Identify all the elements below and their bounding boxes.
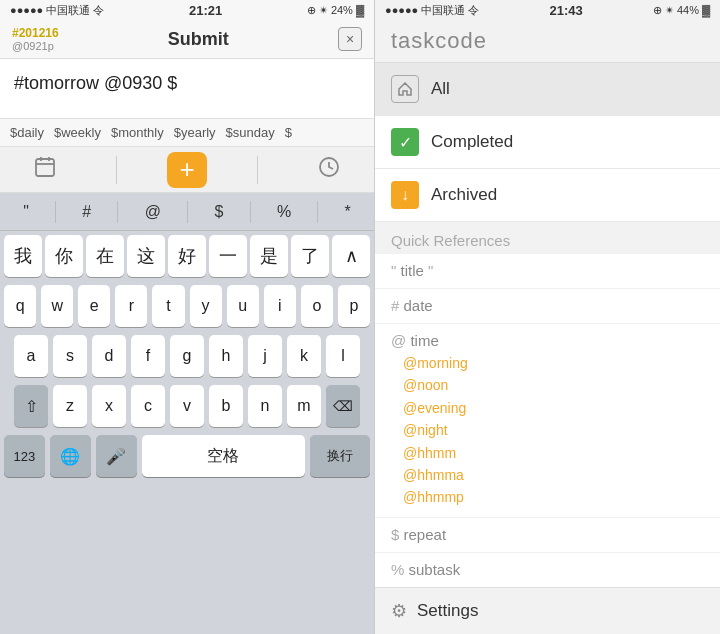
key-l[interactable]: l	[326, 335, 360, 377]
kb-row-1: q w e r t y u i o p	[0, 281, 374, 331]
key-f[interactable]: f	[131, 335, 165, 377]
close-button[interactable]: ×	[338, 27, 362, 51]
menu-all-label: All	[431, 79, 450, 99]
key-n[interactable]: n	[248, 385, 282, 427]
task-input-text: #tomorrow @0930 $	[14, 71, 360, 96]
menu-item-archived[interactable]: ↓ Archived	[375, 169, 720, 222]
kb-row-2: a s d f g h j k l	[0, 331, 374, 381]
right-status-bar: ●●●●● 中国联通 令 21:43 ⊕ ✴ 44% ▓	[375, 0, 720, 20]
svg-rect-0	[36, 159, 54, 176]
key-delete[interactable]: ⌫	[326, 385, 360, 427]
key-p[interactable]: p	[338, 285, 370, 327]
cn-key-le[interactable]: 了	[291, 235, 329, 277]
calendar-icon	[33, 155, 57, 184]
key-t[interactable]: t	[152, 285, 184, 327]
cn-key-zai[interactable]: 在	[86, 235, 124, 277]
add-button[interactable]: +	[167, 152, 207, 188]
recurrence-bar: $daily $weekly $monthly $yearly $sunday …	[0, 119, 374, 147]
ref-date[interactable]: # date	[375, 289, 720, 324]
left-panel: ●●●●● 中国联通 令 21:21 ⊕ ✴ 24% ▓ #201216 @09…	[0, 0, 375, 634]
symbol-bar: " # @ $ % *	[0, 193, 374, 231]
cn-key-ni[interactable]: 你	[45, 235, 83, 277]
cn-key-zhe[interactable]: 这	[127, 235, 165, 277]
toolbar: +	[0, 147, 374, 193]
right-status-right: ⊕ ✴ 44% ▓	[653, 4, 710, 17]
key-action[interactable]: 换行	[310, 435, 370, 477]
rec-dollar[interactable]: $	[285, 125, 292, 140]
right-carrier: ●●●●● 中国联通 令	[385, 3, 479, 18]
settings-label: Settings	[417, 601, 478, 621]
ref-time[interactable]: @ time @morning @noon @evening @night @h…	[375, 324, 720, 518]
ref-repeat[interactable]: $ repeat	[375, 518, 720, 553]
key-y[interactable]: y	[190, 285, 222, 327]
key-e[interactable]: e	[78, 285, 110, 327]
quick-refs-label: Quick References	[391, 232, 510, 249]
menu-item-completed[interactable]: ✓ Completed	[375, 116, 720, 169]
key-x[interactable]: x	[92, 385, 126, 427]
sub-morning[interactable]: @morning	[403, 352, 704, 374]
ref-title[interactable]: " title "	[375, 254, 720, 289]
key-a[interactable]: a	[14, 335, 48, 377]
sub-noon[interactable]: @noon	[403, 374, 704, 396]
toolbar-divider-1	[116, 156, 117, 184]
settings-footer[interactable]: ⚙ Settings	[375, 587, 720, 634]
sub-hhmmp[interactable]: @hhmmp	[403, 486, 704, 508]
key-q[interactable]: q	[4, 285, 36, 327]
menu-item-all[interactable]: All	[375, 63, 720, 116]
key-h[interactable]: h	[209, 335, 243, 377]
key-i[interactable]: i	[264, 285, 296, 327]
key-c[interactable]: c	[131, 385, 165, 427]
key-j[interactable]: j	[248, 335, 282, 377]
left-time: 21:21	[189, 3, 222, 18]
key-space[interactable]: 空格	[142, 435, 305, 477]
key-s[interactable]: s	[53, 335, 87, 377]
sym-star[interactable]: *	[341, 203, 355, 221]
ref-subtask[interactable]: % subtask	[375, 553, 720, 587]
sub-night[interactable]: @night	[403, 419, 704, 441]
rec-weekly[interactable]: $weekly	[54, 125, 101, 140]
cn-key-shi[interactable]: 是	[250, 235, 288, 277]
sym-quote[interactable]: "	[19, 203, 33, 221]
task-input-area[interactable]: #tomorrow @0930 $	[0, 59, 374, 119]
rec-monthly[interactable]: $monthly	[111, 125, 164, 140]
sub-hhmma[interactable]: @hhmma	[403, 464, 704, 486]
key-g[interactable]: g	[170, 335, 204, 377]
kb-row-3: ⇧ z x c v b n m ⌫	[0, 381, 374, 431]
time-sub-items: @morning @noon @evening @night @hhmm @hh…	[391, 352, 704, 509]
sym-hash[interactable]: #	[78, 203, 95, 221]
rec-yearly[interactable]: $yearly	[174, 125, 216, 140]
key-v[interactable]: v	[170, 385, 204, 427]
sym-dollar[interactable]: $	[210, 203, 227, 221]
ref-repeat-text: $ repeat	[391, 526, 446, 543]
key-123[interactable]: 123	[4, 435, 45, 477]
key-mic[interactable]: 🎤	[96, 435, 137, 477]
menu-list: All ✓ Completed ↓ Archived	[375, 63, 720, 222]
toolbar-divider-2	[257, 156, 258, 184]
key-o[interactable]: o	[301, 285, 333, 327]
rec-sunday[interactable]: $sunday	[226, 125, 275, 140]
key-d[interactable]: d	[92, 335, 126, 377]
key-w[interactable]: w	[41, 285, 73, 327]
key-r[interactable]: r	[115, 285, 147, 327]
key-u[interactable]: u	[227, 285, 259, 327]
key-globe[interactable]: 🌐	[50, 435, 91, 477]
key-z[interactable]: z	[53, 385, 87, 427]
key-k[interactable]: k	[287, 335, 321, 377]
cn-key-caret[interactable]: ∧	[332, 235, 370, 277]
left-carrier: ●●●●● 中国联通 令	[10, 3, 104, 18]
ref-date-text: # date	[391, 297, 433, 314]
key-shift[interactable]: ⇧	[14, 385, 48, 427]
cn-key-hao[interactable]: 好	[168, 235, 206, 277]
rec-daily[interactable]: $daily	[10, 125, 44, 140]
cn-key-yi[interactable]: 一	[209, 235, 247, 277]
key-m[interactable]: m	[287, 385, 321, 427]
calendar-button[interactable]	[25, 152, 65, 188]
clock-button[interactable]	[309, 152, 349, 188]
sym-at[interactable]: @	[141, 203, 165, 221]
cn-key-wo[interactable]: 我	[4, 235, 42, 277]
key-b[interactable]: b	[209, 385, 243, 427]
clock-icon	[317, 155, 341, 184]
sub-evening[interactable]: @evening	[403, 397, 704, 419]
sub-hhmm[interactable]: @hhmm	[403, 442, 704, 464]
sym-percent[interactable]: %	[273, 203, 295, 221]
